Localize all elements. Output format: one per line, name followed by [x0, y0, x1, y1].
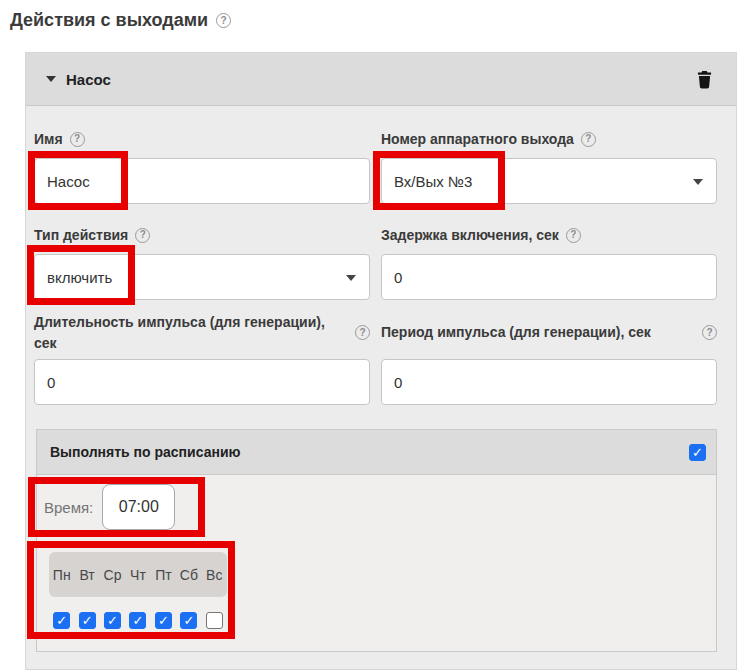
day-checkbox-mon[interactable]: [53, 612, 70, 629]
day-checkbox-fri[interactable]: [155, 612, 172, 629]
output-action-panel: Насос Имя ? Номер аппаратного выхода ?: [25, 52, 737, 670]
day-label-wed: Ср: [104, 567, 122, 583]
name-label-row: Имя ?: [34, 129, 370, 149]
dropdown-arrow-icon: [693, 179, 703, 185]
weekday-bar: Пн Вт Ср Чт Пт Сб Вс: [49, 552, 227, 597]
field-pulse-period: Период импульса (для генерации), сек ?: [381, 311, 717, 405]
field-pulse-duration: Длительность импульса (для генерации), с…: [34, 311, 370, 405]
dropdown-arrow-icon: [346, 275, 356, 281]
name-label: Имя: [34, 131, 63, 147]
delay-input[interactable]: [381, 254, 717, 300]
action-type-select[interactable]: включить: [34, 254, 370, 300]
field-delay: Задержка включения, сек ?: [381, 225, 717, 300]
day-label-sat: Сб: [180, 567, 198, 583]
delay-label-row: Задержка включения, сек ?: [381, 225, 717, 245]
output-select[interactable]: Вх/Вых №3: [381, 158, 717, 204]
help-icon[interactable]: ?: [70, 132, 85, 147]
day-checkbox-sun[interactable]: [206, 612, 223, 629]
time-row: Время:: [44, 484, 175, 530]
day-checkbox-wed[interactable]: [104, 612, 121, 629]
pulse-duration-label: Длительность импульса (для генерации), с…: [34, 312, 348, 353]
page-title-row: Действия с выходами ?: [10, 10, 231, 31]
weekday-checkbox-row: [49, 612, 227, 629]
schedule-title: Выполнять по расписанию: [50, 444, 240, 460]
schedule-panel: Выполнять по расписанию Время: Пн Вт Ср …: [36, 429, 717, 652]
screen: Действия с выходами ? Насос Имя ?: [0, 0, 739, 670]
help-icon[interactable]: ?: [581, 132, 596, 147]
help-icon[interactable]: ?: [355, 325, 370, 340]
field-action-type: Тип действия ? включить: [34, 225, 370, 300]
panel-title: Насос: [66, 71, 111, 88]
pulse-period-label: Период импульса (для генерации), сек: [381, 322, 695, 342]
action-type-label: Тип действия: [34, 227, 128, 243]
day-checkbox-sat[interactable]: [180, 612, 197, 629]
action-type-select-value: включить: [47, 269, 112, 286]
output-select-value: Вх/Вых №3: [394, 173, 472, 190]
day-label-tue: Вт: [79, 567, 94, 583]
pulse-period-input[interactable]: [381, 359, 717, 405]
weekday-block: Пн Вт Ср Чт Пт Сб Вс: [49, 552, 227, 629]
pulse-period-label-row: Период импульса (для генерации), сек ?: [381, 311, 717, 354]
time-input[interactable]: [102, 484, 175, 530]
schedule-header: Выполнять по расписанию: [37, 430, 716, 475]
delay-label: Задержка включения, сек: [381, 227, 559, 243]
field-name: Имя ?: [34, 129, 370, 204]
day-checkbox-thu[interactable]: [129, 612, 146, 629]
action-type-label-row: Тип действия ?: [34, 225, 370, 245]
help-icon[interactable]: ?: [135, 228, 150, 243]
field-output-number: Номер аппаратного выхода ? Вх/Вых №3: [381, 129, 717, 204]
pulse-duration-input[interactable]: [34, 359, 370, 405]
output-label-row: Номер аппаратного выхода ?: [381, 129, 717, 149]
day-label-mon: Пн: [53, 567, 71, 583]
time-label: Время:: [44, 499, 93, 516]
output-label: Номер аппаратного выхода: [381, 131, 574, 147]
delete-button[interactable]: [697, 70, 712, 89]
day-label-fri: Пт: [155, 567, 171, 583]
day-checkbox-tue[interactable]: [79, 612, 96, 629]
panel-header[interactable]: Насос: [26, 53, 736, 106]
pulse-duration-label-row: Длительность импульса (для генерации), с…: [34, 311, 370, 354]
help-icon[interactable]: ?: [216, 13, 231, 28]
day-label-sun: Вс: [206, 567, 222, 583]
collapse-chevron-icon[interactable]: [46, 76, 56, 82]
schedule-enabled-checkbox[interactable]: [689, 444, 706, 461]
day-label-thu: Чт: [130, 567, 146, 583]
trash-icon: [697, 70, 712, 89]
name-input[interactable]: [34, 158, 370, 204]
help-icon[interactable]: ?: [702, 325, 717, 340]
help-icon[interactable]: ?: [566, 228, 581, 243]
page-title: Действия с выходами: [10, 10, 208, 31]
